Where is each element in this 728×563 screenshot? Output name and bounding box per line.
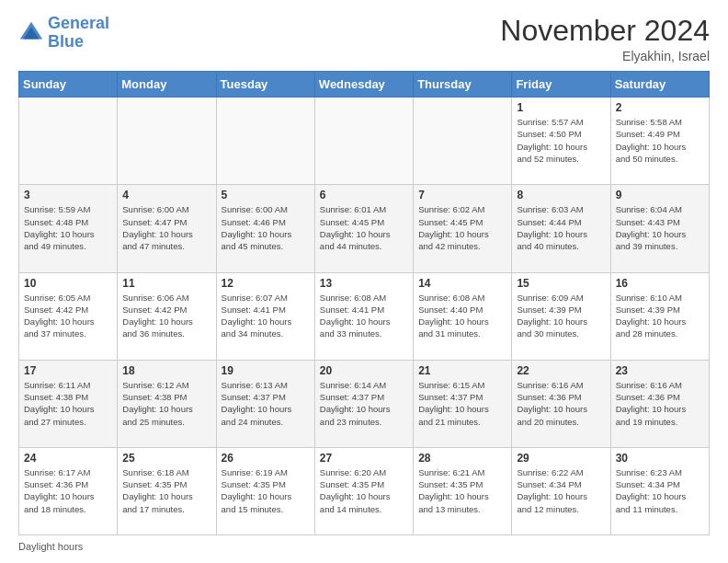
calendar-day-cell: 1Sunrise: 5:57 AM Sunset: 4:50 PM Daylig… (512, 98, 610, 185)
calendar-day-cell: 4Sunrise: 6:00 AM Sunset: 4:47 PM Daylig… (118, 185, 216, 272)
day-info: Sunrise: 6:02 AM Sunset: 4:45 PM Dayligh… (418, 203, 506, 252)
logo: General Blue (18, 15, 109, 52)
day-number: 19 (222, 364, 310, 377)
day-number: 29 (517, 452, 605, 465)
day-number: 20 (320, 364, 408, 377)
month-title: November 2024 (500, 15, 710, 47)
day-number: 13 (320, 277, 408, 290)
header: General Blue November 2024 Elyakhin, Isr… (18, 15, 710, 63)
calendar-day-cell (414, 98, 512, 185)
day-number: 27 (320, 452, 408, 465)
calendar-day-cell: 15Sunrise: 6:09 AM Sunset: 4:39 PM Dayli… (512, 272, 610, 360)
calendar-table: SundayMondayTuesdayWednesdayThursdayFrid… (18, 71, 710, 535)
day-info: Sunrise: 6:23 AM Sunset: 4:34 PM Dayligh… (616, 466, 704, 515)
weekday-header: Wednesday (314, 72, 413, 98)
calendar-day-cell: 5Sunrise: 6:00 AM Sunset: 4:46 PM Daylig… (216, 185, 314, 272)
calendar-day-cell: 28Sunrise: 6:21 AM Sunset: 4:35 PM Dayli… (414, 447, 512, 534)
calendar-day-cell: 7Sunrise: 6:02 AM Sunset: 4:45 PM Daylig… (414, 185, 512, 272)
day-info: Sunrise: 6:14 AM Sunset: 4:37 PM Dayligh… (320, 379, 408, 428)
calendar-day-cell: 22Sunrise: 6:16 AM Sunset: 4:36 PM Dayli… (512, 360, 610, 447)
calendar-day-cell (19, 98, 118, 185)
day-number: 4 (122, 189, 210, 201)
calendar-day-cell: 14Sunrise: 6:08 AM Sunset: 4:40 PM Dayli… (414, 272, 512, 360)
day-info: Sunrise: 6:22 AM Sunset: 4:34 PM Dayligh… (517, 466, 605, 515)
day-info: Sunrise: 6:09 AM Sunset: 4:39 PM Dayligh… (517, 292, 605, 340)
day-info: Sunrise: 6:16 AM Sunset: 4:36 PM Dayligh… (517, 379, 605, 428)
logo-text: General Blue (48, 15, 109, 52)
day-number: 24 (24, 452, 112, 465)
day-info: Sunrise: 6:00 AM Sunset: 4:46 PM Dayligh… (222, 203, 310, 252)
day-number: 6 (320, 189, 408, 201)
day-info: Sunrise: 6:07 AM Sunset: 4:41 PM Dayligh… (222, 292, 310, 340)
day-number: 9 (616, 189, 704, 201)
day-info: Sunrise: 6:18 AM Sunset: 4:35 PM Dayligh… (122, 466, 210, 515)
day-number: 11 (122, 277, 210, 290)
day-number: 30 (616, 452, 704, 465)
day-number: 2 (616, 101, 704, 114)
day-info: Sunrise: 6:08 AM Sunset: 4:40 PM Dayligh… (418, 292, 506, 340)
day-number: 15 (517, 277, 605, 290)
calendar-day-cell: 10Sunrise: 6:05 AM Sunset: 4:42 PM Dayli… (19, 272, 118, 360)
day-number: 22 (517, 364, 605, 377)
day-info: Sunrise: 6:06 AM Sunset: 4:42 PM Dayligh… (122, 292, 210, 340)
day-number: 5 (222, 189, 310, 201)
day-info: Sunrise: 6:04 AM Sunset: 4:43 PM Dayligh… (616, 203, 704, 252)
day-info: Sunrise: 6:19 AM Sunset: 4:35 PM Dayligh… (222, 466, 310, 515)
day-number: 21 (418, 364, 506, 377)
day-info: Sunrise: 6:05 AM Sunset: 4:42 PM Dayligh… (24, 292, 112, 340)
day-info: Sunrise: 5:58 AM Sunset: 4:49 PM Dayligh… (616, 116, 704, 165)
day-info: Sunrise: 6:16 AM Sunset: 4:36 PM Dayligh… (616, 379, 704, 428)
calendar-day-cell (118, 98, 216, 185)
calendar-day-cell: 13Sunrise: 6:08 AM Sunset: 4:41 PM Dayli… (314, 272, 413, 360)
weekday-header: Friday (512, 72, 610, 98)
calendar-day-cell: 2Sunrise: 5:58 AM Sunset: 4:49 PM Daylig… (610, 98, 709, 185)
weekday-header: Thursday (414, 72, 512, 98)
weekday-header: Sunday (19, 72, 118, 98)
day-number: 3 (24, 189, 112, 201)
day-number: 28 (418, 452, 506, 465)
day-number: 23 (616, 364, 704, 377)
calendar-day-cell: 21Sunrise: 6:15 AM Sunset: 4:37 PM Dayli… (414, 360, 512, 447)
weekday-header: Saturday (610, 72, 709, 98)
calendar-day-cell: 11Sunrise: 6:06 AM Sunset: 4:42 PM Dayli… (118, 272, 216, 360)
day-info: Sunrise: 6:12 AM Sunset: 4:38 PM Dayligh… (122, 379, 210, 428)
location-subtitle: Elyakhin, Israel (500, 49, 710, 63)
day-info: Sunrise: 6:08 AM Sunset: 4:41 PM Dayligh… (320, 292, 408, 340)
calendar-day-cell: 26Sunrise: 6:19 AM Sunset: 4:35 PM Dayli… (216, 447, 314, 534)
calendar-week-row: 3Sunrise: 5:59 AM Sunset: 4:48 PM Daylig… (19, 185, 710, 272)
calendar-day-cell: 9Sunrise: 6:04 AM Sunset: 4:43 PM Daylig… (610, 185, 709, 272)
calendar-day-cell: 25Sunrise: 6:18 AM Sunset: 4:35 PM Dayli… (118, 447, 216, 534)
day-info: Sunrise: 6:01 AM Sunset: 4:45 PM Dayligh… (320, 203, 408, 252)
calendar-day-cell: 20Sunrise: 6:14 AM Sunset: 4:37 PM Dayli… (314, 360, 413, 447)
day-number: 1 (517, 101, 605, 114)
weekday-header: Monday (118, 72, 216, 98)
day-info: Sunrise: 6:15 AM Sunset: 4:37 PM Dayligh… (418, 379, 506, 428)
day-info: Sunrise: 5:59 AM Sunset: 4:48 PM Dayligh… (24, 203, 112, 252)
footer: Daylight hours (18, 541, 710, 552)
calendar-day-cell: 27Sunrise: 6:20 AM Sunset: 4:35 PM Dayli… (314, 447, 413, 534)
calendar-day-cell: 8Sunrise: 6:03 AM Sunset: 4:44 PM Daylig… (512, 185, 610, 272)
calendar-day-cell: 29Sunrise: 6:22 AM Sunset: 4:34 PM Dayli… (512, 447, 610, 534)
calendar-day-cell: 6Sunrise: 6:01 AM Sunset: 4:45 PM Daylig… (314, 185, 413, 272)
calendar-week-row: 1Sunrise: 5:57 AM Sunset: 4:50 PM Daylig… (19, 98, 710, 185)
calendar-week-row: 17Sunrise: 6:11 AM Sunset: 4:38 PM Dayli… (19, 360, 710, 447)
calendar-day-cell: 12Sunrise: 6:07 AM Sunset: 4:41 PM Dayli… (216, 272, 314, 360)
calendar-day-cell: 3Sunrise: 5:59 AM Sunset: 4:48 PM Daylig… (19, 185, 118, 272)
daylight-label: Daylight hours (18, 541, 83, 552)
day-number: 25 (122, 452, 210, 465)
weekday-header-row: SundayMondayTuesdayWednesdayThursdayFrid… (19, 72, 710, 98)
calendar-day-cell: 17Sunrise: 6:11 AM Sunset: 4:38 PM Dayli… (19, 360, 118, 447)
day-number: 10 (24, 277, 112, 290)
day-info: Sunrise: 6:17 AM Sunset: 4:36 PM Dayligh… (24, 466, 112, 515)
logo-icon (18, 20, 44, 46)
day-number: 7 (418, 189, 506, 201)
day-number: 8 (517, 189, 605, 201)
calendar-day-cell (314, 98, 413, 185)
day-info: Sunrise: 6:11 AM Sunset: 4:38 PM Dayligh… (24, 379, 112, 428)
calendar-day-cell: 23Sunrise: 6:16 AM Sunset: 4:36 PM Dayli… (610, 360, 709, 447)
day-info: Sunrise: 6:13 AM Sunset: 4:37 PM Dayligh… (222, 379, 310, 428)
day-number: 12 (222, 277, 310, 290)
day-info: Sunrise: 6:20 AM Sunset: 4:35 PM Dayligh… (320, 466, 408, 515)
day-number: 26 (222, 452, 310, 465)
weekday-header: Tuesday (216, 72, 314, 98)
